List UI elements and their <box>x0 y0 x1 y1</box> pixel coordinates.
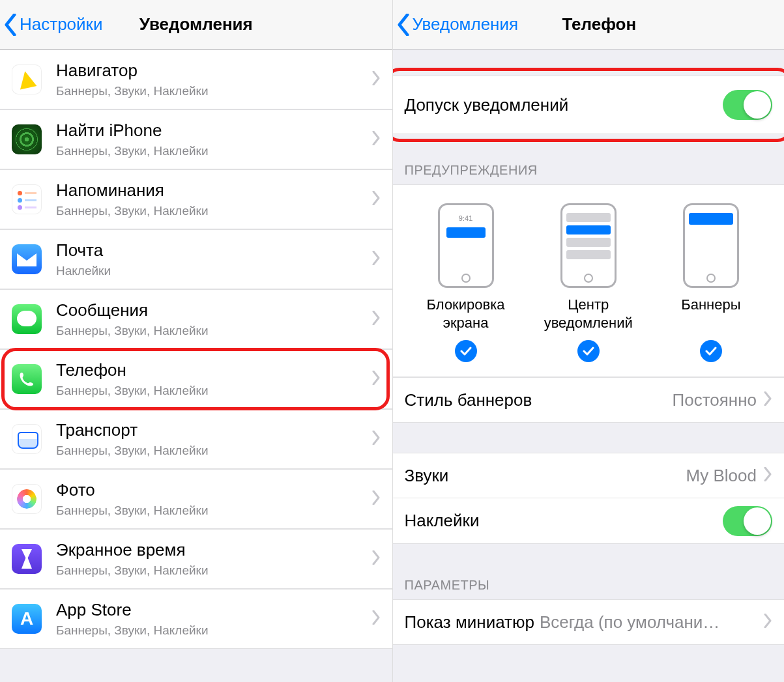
preview-time: 9:41 <box>444 214 488 222</box>
app-row-msg[interactable]: СообщенияБаннеры, Звуки, Наклейки <box>0 289 392 349</box>
mail-app-icon <box>12 244 42 274</box>
sounds-label: Звуки <box>405 466 686 486</box>
chevron-right-icon <box>366 550 392 567</box>
preview-label: Центр уведомлений <box>533 296 644 332</box>
back-button[interactable]: Настройки <box>0 14 103 36</box>
app-detail: Баннеры, Звуки, Наклейки <box>56 444 366 458</box>
thumbnail-preview-row[interactable]: Показ миниатюр Всегда (по умолчани… <box>393 599 785 645</box>
allow-notifications-toggle[interactable] <box>723 90 772 120</box>
banner-style-value: Постоянно <box>673 390 757 410</box>
chevron-right-icon <box>366 251 392 268</box>
header: Уведомления Телефон <box>393 0 785 50</box>
banners-icon <box>683 203 739 288</box>
app-name: Навигатор <box>56 61 366 81</box>
app-detail: Баннеры, Звуки, Наклейки <box>56 623 366 638</box>
sounds-row[interactable]: Звуки My Blood <box>393 453 785 498</box>
chevron-right-icon <box>366 131 392 148</box>
thumbnail-value: Всегда (по умолчани… <box>540 612 757 632</box>
find-app-icon <box>12 124 42 154</box>
chevron-right-icon <box>366 371 392 388</box>
chevron-right-icon <box>763 612 772 632</box>
checkmark-icon[interactable] <box>577 340 600 362</box>
app-name: Транспорт <box>56 420 366 440</box>
preview-label: Баннеры <box>656 296 766 332</box>
chevron-right-icon <box>366 610 392 627</box>
lock-screen-icon: 9:41 <box>438 203 494 288</box>
app-name: Почта <box>56 240 366 261</box>
chevron-right-icon <box>366 431 392 448</box>
preview-banners[interactable]: Баннеры <box>656 203 766 362</box>
photo-app-icon <box>12 484 42 514</box>
badges-label: Наклейки <box>405 511 723 531</box>
chevron-right-icon <box>366 191 392 208</box>
chevron-right-icon <box>763 466 772 486</box>
app-name: Сообщения <box>56 300 366 320</box>
phone-notifications-screen: Уведомления Телефон Допуск уведомлений П… <box>392 0 785 682</box>
app-row-trans[interactable]: ТранспортБаннеры, Звуки, Наклейки <box>0 409 392 469</box>
app-name: Фото <box>56 480 366 500</box>
app-name: Экранное время <box>56 540 366 560</box>
app-name: App Store <box>56 600 366 620</box>
app-name: Телефон <box>56 360 366 380</box>
preview-label: Блокировка экрана <box>411 296 521 332</box>
chevron-right-icon <box>366 490 392 507</box>
app-detail: Баннеры, Звуки, Наклейки <box>56 384 366 398</box>
banner-style-label: Стиль баннеров <box>405 390 673 410</box>
sounds-value: My Blood <box>686 466 757 486</box>
chevron-right-icon <box>763 390 772 410</box>
app-name: Найти iPhone <box>56 121 366 141</box>
back-button[interactable]: Уведомления <box>393 14 519 36</box>
app-row-store[interactable]: App StoreБаннеры, Звуки, Наклейки <box>0 589 392 649</box>
app-detail: Баннеры, Звуки, Наклейки <box>56 144 366 158</box>
app-row-photo[interactable]: ФотоБаннеры, Звуки, Наклейки <box>0 469 392 529</box>
app-name: Напоминания <box>56 180 366 201</box>
back-label: Настройки <box>20 14 103 35</box>
app-detail: Наклейки <box>56 264 366 278</box>
notifications-list-screen: Настройки Уведомления НавигаторБаннеры, … <box>0 0 392 682</box>
phone-app-icon <box>12 364 42 394</box>
app-row-mail[interactable]: ПочтаНаклейки <box>0 229 392 289</box>
msg-app-icon <box>12 304 42 334</box>
alert-style-previews: 9:41 Блокировка экрана Центр уведомлений <box>393 184 785 377</box>
badges-row[interactable]: Наклейки <box>393 498 785 544</box>
badges-toggle[interactable] <box>723 506 772 536</box>
rem-app-icon <box>12 184 42 214</box>
chevron-right-icon <box>366 311 392 328</box>
store-app-icon <box>12 604 42 634</box>
allow-notifications-label: Допуск уведомлений <box>405 95 723 115</box>
trans-app-icon <box>12 424 42 454</box>
banner-style-row[interactable]: Стиль баннеров Постоянно <box>393 377 785 423</box>
params-section-header: ПАРАМЕТРЫ <box>393 573 785 599</box>
notification-center-icon <box>560 203 617 288</box>
chevron-right-icon <box>366 71 392 88</box>
back-label: Уведомления <box>413 14 519 35</box>
app-detail: Баннеры, Звуки, Наклейки <box>56 204 366 218</box>
chevron-left-icon <box>4 14 17 36</box>
app-row-rem[interactable]: НапоминанияБаннеры, Звуки, Наклейки <box>0 169 392 229</box>
preview-lock-screen[interactable]: 9:41 Блокировка экрана <box>411 203 521 362</box>
apps-section: НавигаторБаннеры, Звуки, НаклейкиНайти i… <box>0 50 392 649</box>
app-row-phone[interactable]: ТелефонБаннеры, Звуки, Наклейки <box>0 349 392 409</box>
alerts-section-header: ПРЕДУПРЕЖДЕНИЯ <box>393 158 785 184</box>
app-detail: Баннеры, Звуки, Наклейки <box>56 324 366 338</box>
thumbnail-label: Показ миниатюр <box>405 612 534 632</box>
app-row-nav[interactable]: НавигаторБаннеры, Звуки, Наклейки <box>0 50 392 109</box>
chevron-left-icon <box>397 14 410 36</box>
preview-notification-center[interactable]: Центр уведомлений <box>533 203 644 362</box>
app-row-find[interactable]: Найти iPhoneБаннеры, Звуки, Наклейки <box>0 109 392 169</box>
allow-notifications-row[interactable]: Допуск уведомлений <box>393 76 785 134</box>
nav-app-icon <box>12 64 42 94</box>
time-app-icon <box>12 544 42 574</box>
checkmark-icon[interactable] <box>455 340 477 362</box>
checkmark-icon[interactable] <box>700 340 722 362</box>
header: Настройки Уведомления <box>0 0 392 50</box>
app-detail: Баннеры, Звуки, Наклейки <box>56 563 366 578</box>
app-detail: Баннеры, Звуки, Наклейки <box>56 84 366 98</box>
app-row-time[interactable]: Экранное времяБаннеры, Звуки, Наклейки <box>0 529 392 589</box>
app-detail: Баннеры, Звуки, Наклейки <box>56 504 366 518</box>
